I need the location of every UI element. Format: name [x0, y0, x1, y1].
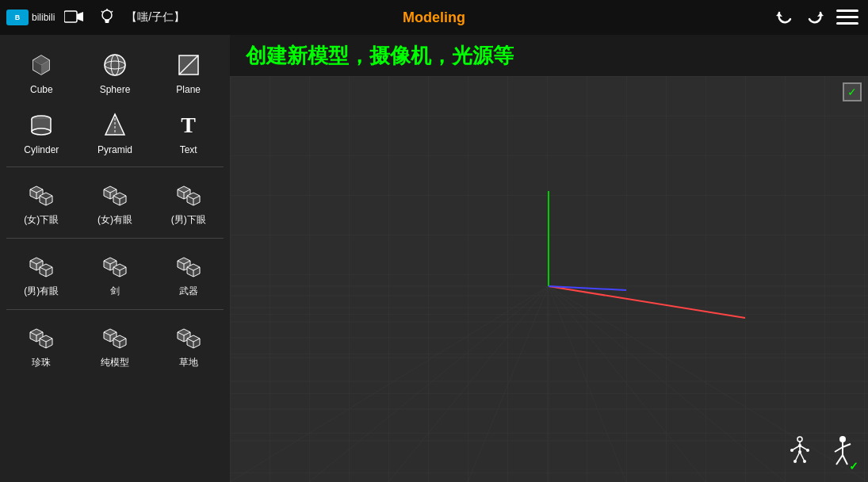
custom-models-row3: 珍珠 纯模型	[6, 315, 224, 374]
header-bar: B bilibili 【嗤/子仁】 Modeling	[0, 0, 868, 35]
sidebar: Cube Sphere Plane	[0, 35, 230, 482]
pure-model-icon	[99, 321, 131, 353]
skeleton-button[interactable]	[781, 433, 819, 474]
svg-line-141	[835, 447, 843, 452]
sidebar-item-pearl[interactable]: 珍珠	[6, 315, 77, 374]
pearl-label: 珍珠	[32, 356, 51, 369]
pure-model-label: 纯模型	[101, 356, 129, 369]
grid-canvas	[230, 76, 868, 482]
text-icon: T	[173, 109, 205, 141]
video-icon[interactable]	[59, 3, 88, 32]
svg-rect-0	[64, 11, 77, 22]
divider-1	[6, 166, 224, 167]
svg-line-143	[836, 455, 843, 465]
svg-rect-3	[105, 20, 109, 21]
sidebar-item-sword[interactable]: 剑	[80, 243, 151, 303]
svg-line-132	[800, 452, 805, 461]
svg-rect-12	[836, 22, 858, 25]
sidebar-item-plane[interactable]: Plane	[153, 43, 224, 100]
svg-line-142	[843, 444, 851, 447]
svg-rect-4	[105, 21, 109, 23]
plane-label: Plane	[176, 84, 201, 95]
svg-point-136	[798, 450, 801, 453]
svg-rect-10	[836, 10, 858, 12]
channel-name: 【嗤/子仁】	[126, 10, 185, 25]
svg-point-127	[797, 437, 802, 442]
sphere-label: Sphere	[100, 84, 131, 95]
sidebar-item-text[interactable]: T Text	[153, 103, 224, 160]
svg-marker-1	[77, 12, 83, 21]
svg-line-144	[843, 455, 847, 465]
subtitle-text: 创建新模型，摄像机，光源等	[246, 42, 514, 70]
female-lower-eye-label: (女)下眼	[24, 213, 59, 227]
sidebar-item-male-lower-eye[interactable]: (男)下眼	[153, 172, 224, 231]
male-lower-eye-label: (男)下眼	[171, 213, 206, 227]
svg-point-138	[803, 460, 806, 463]
sidebar-item-cylinder[interactable]: Cylinder	[6, 103, 77, 160]
sidebar-item-cube[interactable]: Cube	[6, 43, 77, 100]
undo-button[interactable]	[770, 3, 798, 32]
weapon-icon	[173, 250, 205, 281]
weapon-label: 武器	[179, 285, 198, 298]
redo-button[interactable]	[801, 3, 830, 32]
sidebar-item-female-lower-eye[interactable]: (女)下眼	[6, 172, 77, 231]
bilibili-logo: B bilibili	[6, 10, 55, 25]
svg-point-20	[105, 55, 125, 75]
cube-icon	[25, 49, 57, 81]
pyramid-label: Pyramid	[98, 144, 132, 155]
svg-marker-8	[776, 13, 782, 17]
grass-label: 草地	[179, 356, 198, 369]
sidebar-item-grass[interactable]: 草地	[153, 315, 224, 374]
viewport-bottom-right-icons: ✓	[781, 433, 860, 474]
plane-icon	[173, 49, 205, 81]
male-upper-eye-icon	[25, 250, 57, 281]
header-title: Modeling	[403, 10, 465, 26]
svg-point-139	[839, 436, 846, 442]
sidebar-item-pyramid[interactable]: Pyramid	[80, 103, 151, 160]
subtitle-bar: 创建新模型，摄像机，光源等	[230, 35, 868, 76]
menu-button[interactable]	[833, 3, 862, 32]
skeleton-icon	[781, 433, 819, 471]
custom-models-row1: (女)下眼 (女)有眼	[6, 172, 224, 231]
sidebar-item-male-upper-eye[interactable]: (男)有眼	[6, 243, 77, 303]
sphere-icon	[99, 49, 131, 81]
sidebar-item-female-upper-eye[interactable]: (女)有眼	[80, 172, 151, 231]
sword-icon	[99, 250, 131, 281]
svg-line-7	[112, 11, 113, 13]
female-upper-eye-label: (女)有眼	[98, 213, 132, 227]
text-label: Text	[180, 144, 197, 155]
sword-label: 剑	[110, 285, 120, 298]
grass-icon	[173, 321, 205, 353]
basic-shapes-section: Cube Sphere Plane	[6, 43, 224, 160]
female-upper-eye-icon	[99, 178, 131, 210]
sidebar-item-weapon[interactable]: 武器	[153, 243, 224, 303]
custom-models-row2: (男)有眼 剑	[6, 243, 224, 303]
svg-point-137	[793, 460, 797, 463]
svg-point-2	[102, 10, 112, 20]
cube-label: Cube	[30, 84, 53, 95]
person-button[interactable]: ✓	[825, 433, 860, 474]
svg-line-131	[795, 452, 800, 461]
svg-line-6	[101, 11, 103, 13]
sidebar-item-pure-model[interactable]: 纯模型	[80, 315, 151, 374]
male-upper-eye-label: (男)有眼	[24, 285, 59, 298]
bilibili-logo-box: B	[6, 10, 29, 25]
svg-marker-9	[817, 13, 824, 17]
svg-point-133	[790, 449, 793, 452]
bulb-icon[interactable]	[93, 3, 121, 32]
svg-point-135	[798, 444, 801, 447]
pyramid-icon	[99, 109, 131, 141]
viewport-checkbox[interactable]: ✓	[843, 82, 862, 101]
header-left: B bilibili 【嗤/子仁】	[0, 3, 185, 32]
pearl-icon	[25, 321, 57, 353]
cylinder-label: Cylinder	[24, 144, 59, 155]
male-lower-eye-icon	[173, 178, 205, 210]
sidebar-item-sphere[interactable]: Sphere	[80, 43, 151, 100]
divider-2	[6, 238, 224, 239]
bilibili-text: bilibili	[32, 12, 55, 23]
viewport[interactable]: ✓	[230, 76, 868, 482]
svg-point-134	[806, 449, 809, 452]
header-right	[770, 3, 868, 32]
cylinder-icon	[25, 109, 57, 141]
divider-3	[6, 309, 224, 310]
